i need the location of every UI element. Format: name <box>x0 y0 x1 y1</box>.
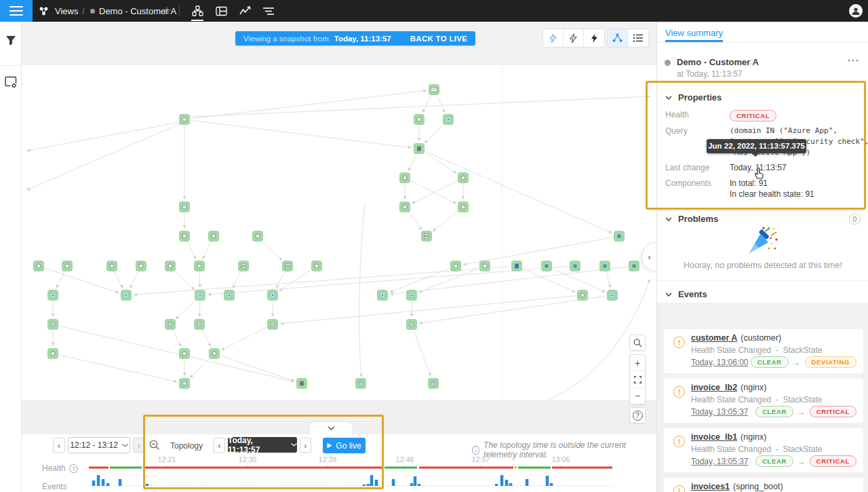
range-next-button[interactable]: › <box>133 438 145 453</box>
topology-node[interactable] <box>608 290 618 301</box>
event-histogram-bar[interactable] <box>367 484 370 486</box>
topology-node[interactable] <box>614 231 625 242</box>
topology-time-next-button[interactable]: › <box>300 438 311 453</box>
topology-node[interactable] <box>48 320 58 330</box>
event-histogram-bar[interactable] <box>375 480 378 486</box>
event-timestamp-link[interactable]: Today, 13:05:37 <box>691 457 749 466</box>
event-card[interactable]: !invoice_lb1(nginx)Health State Changed … <box>664 428 863 472</box>
topology-canvas[interactable] <box>22 65 656 400</box>
event-histogram-bar[interactable] <box>119 479 122 486</box>
event-component-link[interactable]: invoice_lb2 <box>691 383 737 392</box>
event-timestamp-link[interactable]: Today, 13:06:00 <box>691 358 749 367</box>
hamburger-menu-button[interactable] <box>0 0 33 22</box>
topology-node[interactable] <box>480 261 490 271</box>
topology-node[interactable] <box>407 320 417 330</box>
snapshot-banner[interactable]: Viewing a snapshot from Today, 11:13:57 … <box>235 31 475 45</box>
topology-node[interactable] <box>422 231 432 242</box>
favorite-star-icon[interactable]: ☆ <box>162 5 171 17</box>
topology-node[interactable] <box>268 320 278 330</box>
topology-node[interactable] <box>629 261 639 271</box>
list-layout-button[interactable] <box>628 29 648 47</box>
health-bar-segment[interactable] <box>419 467 513 469</box>
topology-node[interactable] <box>400 173 410 183</box>
zoom-out-button[interactable]: − <box>629 388 646 404</box>
topology-node[interactable] <box>512 261 522 271</box>
event-histogram-bar[interactable] <box>102 479 105 486</box>
topology-node[interactable] <box>165 261 176 271</box>
event-histogram-bar[interactable] <box>92 480 96 486</box>
topology-node[interactable] <box>414 115 425 125</box>
topology-node[interactable] <box>429 379 439 389</box>
topology-node[interactable] <box>239 261 249 271</box>
event-histogram-bar[interactable] <box>495 484 498 486</box>
event-histogram-bar[interactable] <box>370 475 374 486</box>
time-range-select[interactable]: 12:12 - 13:12 <box>68 437 130 453</box>
topology-node[interactable] <box>297 379 307 389</box>
breadcrumb-views[interactable]: Views <box>55 6 78 16</box>
topology-node[interactable] <box>414 144 425 154</box>
topology-node[interactable] <box>48 349 58 359</box>
topology-node[interactable] <box>407 290 417 301</box>
traces-view-tab[interactable] <box>260 3 277 19</box>
topology-node[interactable] <box>429 85 439 95</box>
topology-node[interactable] <box>195 290 205 301</box>
help-button[interactable]: ? <box>629 407 646 423</box>
topology-node[interactable] <box>600 261 610 271</box>
event-histogram-bar[interactable] <box>505 480 509 486</box>
topology-node[interactable] <box>180 115 190 125</box>
telemetry-view-tab[interactable] <box>236 3 254 19</box>
event-histogram-bar[interactable] <box>414 476 417 486</box>
event-histogram-bar[interactable] <box>392 479 395 486</box>
topology-node[interactable] <box>165 320 176 330</box>
topology-node[interactable] <box>180 231 190 242</box>
topology-node[interactable] <box>180 202 190 212</box>
topology-node[interactable] <box>180 349 190 359</box>
topology-node[interactable] <box>400 202 410 212</box>
zoom-in-button[interactable]: + <box>629 355 646 371</box>
bolt-filled-button[interactable] <box>584 29 604 47</box>
event-histogram-bar[interactable] <box>546 476 549 486</box>
event-card[interactable]: !customer A(customer)Health State Change… <box>664 329 863 373</box>
filter-button[interactable] <box>0 29 22 52</box>
topology-node[interactable] <box>253 231 263 242</box>
bolt-outline-gray-button[interactable] <box>564 29 584 47</box>
topology-node[interactable] <box>268 290 278 301</box>
view-title[interactable]: Demo - Customer A <box>677 57 759 67</box>
topology-node[interactable] <box>34 261 44 271</box>
problems-section-header[interactable]: Problems <box>665 214 718 224</box>
topology-time-prev-button[interactable]: ‹ <box>214 438 225 453</box>
topology-node[interactable] <box>570 261 580 271</box>
health-bar-segment[interactable] <box>89 467 108 469</box>
topology-time-select[interactable]: Today, 11:13:57 <box>228 437 297 453</box>
search-components-button[interactable] <box>629 335 646 351</box>
table-view-tab[interactable] <box>212 3 230 19</box>
timeline-zoom-out-button[interactable] <box>149 440 160 453</box>
event-component-link[interactable]: invoices1 <box>691 482 730 491</box>
topology-node[interactable] <box>136 261 146 271</box>
events-section-header[interactable]: Events <box>665 289 707 299</box>
health-bar-segment[interactable] <box>552 467 612 469</box>
event-component-link[interactable]: customer A <box>691 333 737 343</box>
health-bar-segment[interactable] <box>518 467 551 469</box>
event-histogram-bar[interactable] <box>418 484 421 486</box>
event-card[interactable]: !invoice_lb2(nginx)Health State Changed … <box>664 379 863 423</box>
fit-to-screen-button[interactable] <box>629 371 646 387</box>
topology-node[interactable] <box>209 231 219 242</box>
event-histogram-bar[interactable] <box>526 479 529 486</box>
event-histogram-bar[interactable] <box>509 483 513 486</box>
topology-node[interactable] <box>458 202 469 212</box>
topology-node[interactable] <box>180 379 190 389</box>
topology-node[interactable] <box>312 261 322 271</box>
event-histogram-bar[interactable] <box>500 475 504 486</box>
topology-node[interactable] <box>578 290 588 301</box>
topology-layout-button[interactable] <box>608 29 628 47</box>
event-histogram-bar[interactable] <box>363 485 366 486</box>
event-timestamp-link[interactable]: Today, 13:05:37 <box>691 407 749 417</box>
topology-view-tab[interactable] <box>189 3 206 19</box>
event-histogram-bar[interactable] <box>146 484 149 486</box>
bolt-outline-blue-button[interactable] <box>543 29 564 47</box>
go-live-button[interactable]: Go live <box>323 438 366 453</box>
user-avatar[interactable] <box>849 4 863 18</box>
favorite-star-icon[interactable]: ☆ <box>748 56 757 67</box>
topology-node[interactable] <box>48 290 58 301</box>
